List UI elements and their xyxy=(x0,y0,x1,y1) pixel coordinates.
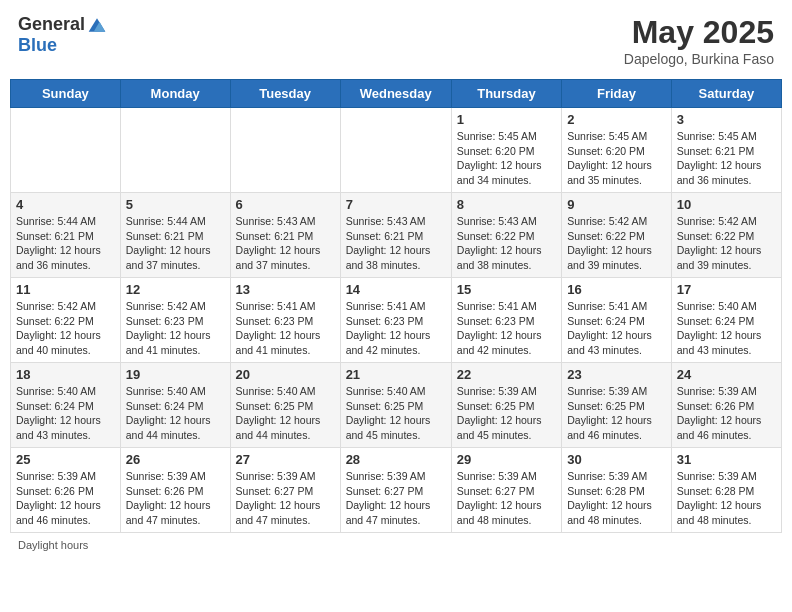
day-number: 22 xyxy=(457,367,556,382)
day-info: Sunrise: 5:39 AM Sunset: 6:26 PM Dayligh… xyxy=(677,384,776,443)
day-number: 4 xyxy=(16,197,115,212)
day-info: Sunrise: 5:39 AM Sunset: 6:26 PM Dayligh… xyxy=(16,469,115,528)
calendar-cell: 17Sunrise: 5:40 AM Sunset: 6:24 PM Dayli… xyxy=(671,278,781,363)
calendar-cell: 2Sunrise: 5:45 AM Sunset: 6:20 PM Daylig… xyxy=(562,108,672,193)
calendar-cell: 29Sunrise: 5:39 AM Sunset: 6:27 PM Dayli… xyxy=(451,448,561,533)
day-info: Sunrise: 5:42 AM Sunset: 6:22 PM Dayligh… xyxy=(16,299,115,358)
day-number: 25 xyxy=(16,452,115,467)
day-number: 15 xyxy=(457,282,556,297)
day-info: Sunrise: 5:41 AM Sunset: 6:24 PM Dayligh… xyxy=(567,299,666,358)
calendar-cell: 5Sunrise: 5:44 AM Sunset: 6:21 PM Daylig… xyxy=(120,193,230,278)
day-info: Sunrise: 5:40 AM Sunset: 6:24 PM Dayligh… xyxy=(16,384,115,443)
calendar-header-sunday: Sunday xyxy=(11,80,121,108)
day-number: 10 xyxy=(677,197,776,212)
day-number: 1 xyxy=(457,112,556,127)
logo: General Blue xyxy=(18,14,107,56)
calendar-cell: 12Sunrise: 5:42 AM Sunset: 6:23 PM Dayli… xyxy=(120,278,230,363)
day-number: 23 xyxy=(567,367,666,382)
day-info: Sunrise: 5:41 AM Sunset: 6:23 PM Dayligh… xyxy=(457,299,556,358)
calendar-cell xyxy=(340,108,451,193)
calendar-cell xyxy=(11,108,121,193)
day-info: Sunrise: 5:40 AM Sunset: 6:24 PM Dayligh… xyxy=(677,299,776,358)
day-number: 17 xyxy=(677,282,776,297)
sub-title: Dapelogo, Burkina Faso xyxy=(624,51,774,67)
calendar-cell: 23Sunrise: 5:39 AM Sunset: 6:25 PM Dayli… xyxy=(562,363,672,448)
calendar-header-thursday: Thursday xyxy=(451,80,561,108)
calendar-cell: 28Sunrise: 5:39 AM Sunset: 6:27 PM Dayli… xyxy=(340,448,451,533)
calendar-header-friday: Friday xyxy=(562,80,672,108)
calendar-cell: 16Sunrise: 5:41 AM Sunset: 6:24 PM Dayli… xyxy=(562,278,672,363)
day-number: 26 xyxy=(126,452,225,467)
calendar-cell: 31Sunrise: 5:39 AM Sunset: 6:28 PM Dayli… xyxy=(671,448,781,533)
day-number: 18 xyxy=(16,367,115,382)
day-number: 6 xyxy=(236,197,335,212)
day-number: 27 xyxy=(236,452,335,467)
day-info: Sunrise: 5:39 AM Sunset: 6:27 PM Dayligh… xyxy=(236,469,335,528)
day-number: 28 xyxy=(346,452,446,467)
calendar-cell: 27Sunrise: 5:39 AM Sunset: 6:27 PM Dayli… xyxy=(230,448,340,533)
day-info: Sunrise: 5:39 AM Sunset: 6:27 PM Dayligh… xyxy=(346,469,446,528)
calendar-cell: 24Sunrise: 5:39 AM Sunset: 6:26 PM Dayli… xyxy=(671,363,781,448)
day-info: Sunrise: 5:44 AM Sunset: 6:21 PM Dayligh… xyxy=(126,214,225,273)
day-number: 29 xyxy=(457,452,556,467)
day-info: Sunrise: 5:39 AM Sunset: 6:28 PM Dayligh… xyxy=(567,469,666,528)
calendar-header-row: SundayMondayTuesdayWednesdayThursdayFrid… xyxy=(11,80,782,108)
day-number: 13 xyxy=(236,282,335,297)
day-number: 12 xyxy=(126,282,225,297)
day-info: Sunrise: 5:42 AM Sunset: 6:22 PM Dayligh… xyxy=(567,214,666,273)
day-info: Sunrise: 5:39 AM Sunset: 6:27 PM Dayligh… xyxy=(457,469,556,528)
calendar-header-wednesday: Wednesday xyxy=(340,80,451,108)
day-info: Sunrise: 5:42 AM Sunset: 6:23 PM Dayligh… xyxy=(126,299,225,358)
calendar-cell: 20Sunrise: 5:40 AM Sunset: 6:25 PM Dayli… xyxy=(230,363,340,448)
calendar-cell: 1Sunrise: 5:45 AM Sunset: 6:20 PM Daylig… xyxy=(451,108,561,193)
day-number: 16 xyxy=(567,282,666,297)
page-header: General Blue May 2025 Dapelogo, Burkina … xyxy=(10,10,782,71)
calendar-cell: 3Sunrise: 5:45 AM Sunset: 6:21 PM Daylig… xyxy=(671,108,781,193)
day-info: Sunrise: 5:43 AM Sunset: 6:22 PM Dayligh… xyxy=(457,214,556,273)
calendar-cell: 21Sunrise: 5:40 AM Sunset: 6:25 PM Dayli… xyxy=(340,363,451,448)
day-info: Sunrise: 5:45 AM Sunset: 6:20 PM Dayligh… xyxy=(567,129,666,188)
calendar-week-2: 4Sunrise: 5:44 AM Sunset: 6:21 PM Daylig… xyxy=(11,193,782,278)
logo-blue-text: Blue xyxy=(18,35,57,56)
day-number: 20 xyxy=(236,367,335,382)
day-number: 9 xyxy=(567,197,666,212)
day-info: Sunrise: 5:45 AM Sunset: 6:21 PM Dayligh… xyxy=(677,129,776,188)
day-info: Sunrise: 5:43 AM Sunset: 6:21 PM Dayligh… xyxy=(346,214,446,273)
day-info: Sunrise: 5:39 AM Sunset: 6:28 PM Dayligh… xyxy=(677,469,776,528)
day-number: 24 xyxy=(677,367,776,382)
calendar-cell: 4Sunrise: 5:44 AM Sunset: 6:21 PM Daylig… xyxy=(11,193,121,278)
logo-icon xyxy=(87,15,107,35)
logo-general-text: General xyxy=(18,14,85,35)
day-info: Sunrise: 5:40 AM Sunset: 6:24 PM Dayligh… xyxy=(126,384,225,443)
calendar-cell: 13Sunrise: 5:41 AM Sunset: 6:23 PM Dayli… xyxy=(230,278,340,363)
day-number: 11 xyxy=(16,282,115,297)
day-number: 7 xyxy=(346,197,446,212)
day-info: Sunrise: 5:42 AM Sunset: 6:22 PM Dayligh… xyxy=(677,214,776,273)
calendar-cell: 9Sunrise: 5:42 AM Sunset: 6:22 PM Daylig… xyxy=(562,193,672,278)
day-info: Sunrise: 5:39 AM Sunset: 6:25 PM Dayligh… xyxy=(567,384,666,443)
calendar-header-saturday: Saturday xyxy=(671,80,781,108)
calendar-header-monday: Monday xyxy=(120,80,230,108)
title-area: May 2025 Dapelogo, Burkina Faso xyxy=(624,14,774,67)
calendar-week-4: 18Sunrise: 5:40 AM Sunset: 6:24 PM Dayli… xyxy=(11,363,782,448)
day-number: 19 xyxy=(126,367,225,382)
calendar-cell: 14Sunrise: 5:41 AM Sunset: 6:23 PM Dayli… xyxy=(340,278,451,363)
calendar-week-5: 25Sunrise: 5:39 AM Sunset: 6:26 PM Dayli… xyxy=(11,448,782,533)
calendar-cell xyxy=(230,108,340,193)
day-number: 31 xyxy=(677,452,776,467)
calendar-cell: 25Sunrise: 5:39 AM Sunset: 6:26 PM Dayli… xyxy=(11,448,121,533)
calendar-cell: 22Sunrise: 5:39 AM Sunset: 6:25 PM Dayli… xyxy=(451,363,561,448)
day-info: Sunrise: 5:41 AM Sunset: 6:23 PM Dayligh… xyxy=(236,299,335,358)
day-info: Sunrise: 5:40 AM Sunset: 6:25 PM Dayligh… xyxy=(346,384,446,443)
calendar-cell: 10Sunrise: 5:42 AM Sunset: 6:22 PM Dayli… xyxy=(671,193,781,278)
calendar-cell: 8Sunrise: 5:43 AM Sunset: 6:22 PM Daylig… xyxy=(451,193,561,278)
calendar-cell: 19Sunrise: 5:40 AM Sunset: 6:24 PM Dayli… xyxy=(120,363,230,448)
day-number: 30 xyxy=(567,452,666,467)
calendar-cell: 15Sunrise: 5:41 AM Sunset: 6:23 PM Dayli… xyxy=(451,278,561,363)
calendar-cell: 30Sunrise: 5:39 AM Sunset: 6:28 PM Dayli… xyxy=(562,448,672,533)
day-number: 14 xyxy=(346,282,446,297)
day-info: Sunrise: 5:39 AM Sunset: 6:25 PM Dayligh… xyxy=(457,384,556,443)
calendar-week-1: 1Sunrise: 5:45 AM Sunset: 6:20 PM Daylig… xyxy=(11,108,782,193)
day-number: 5 xyxy=(126,197,225,212)
day-info: Sunrise: 5:41 AM Sunset: 6:23 PM Dayligh… xyxy=(346,299,446,358)
